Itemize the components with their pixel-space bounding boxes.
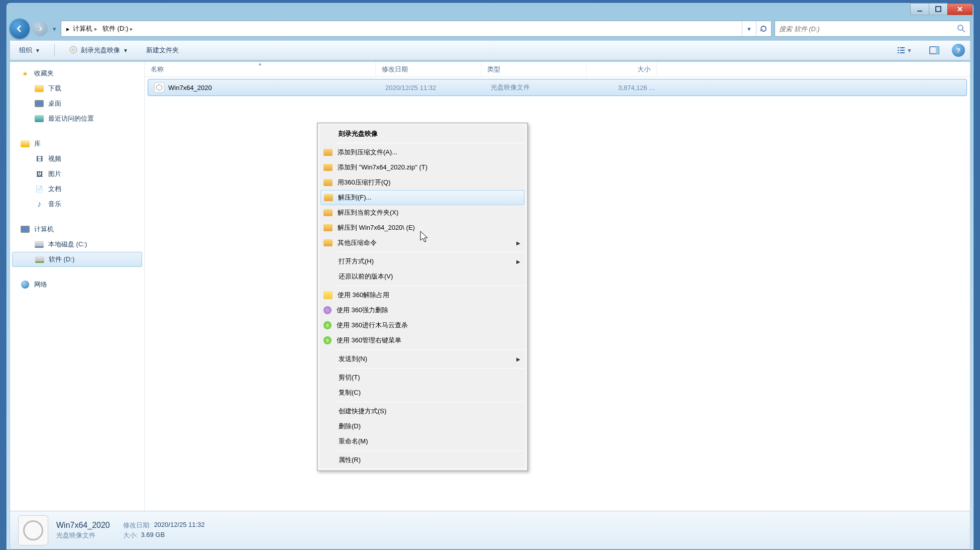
blank-icon <box>323 388 334 398</box>
context-menu-separator <box>337 349 524 350</box>
command-toolbar: 组织 ▼ 刻录光盘映像 ▼ 新建文件夹 ▼ ? <box>10 40 970 60</box>
sidebar-item-videos[interactable]: 🎞视频 <box>12 151 142 166</box>
file-list: 名称 修改日期 类型 大小 Win7x64_2020 2020/12/25 11… <box>145 62 970 511</box>
blank-icon <box>323 256 334 266</box>
context-menu-item[interactable]: 属性(R) <box>319 452 525 468</box>
context-menu: 刻录光盘映像添加到压缩文件(A)...添加到 "Win7x64_2020.zip… <box>317 123 528 471</box>
details-size-label: 大小: <box>123 531 138 540</box>
search-box[interactable] <box>775 21 970 37</box>
sidebar-item-drive-d[interactable]: 软件 (D:) <box>12 252 142 267</box>
chevron-right-icon[interactable]: ▸ <box>66 25 70 33</box>
close-button[interactable] <box>947 3 972 15</box>
blank-icon <box>323 421 334 431</box>
context-menu-item[interactable]: 添加到 "Win7x64_2020.zip" (T) <box>319 160 525 175</box>
details-date: 2020/12/25 11:32 <box>154 521 204 530</box>
sidebar-item-desktop[interactable]: 桌面 <box>12 96 142 111</box>
sidebar-item-drive-c[interactable]: 本地磁盘 (C:) <box>12 237 142 252</box>
forward-button[interactable] <box>33 21 48 36</box>
details-filetype: 光盘映像文件 <box>56 531 110 540</box>
svg-rect-7 <box>898 50 899 51</box>
breadcrumb-computer[interactable]: 计算机▸ <box>71 23 99 34</box>
context-menu-item[interactable]: 用360压缩打开(Q) <box>319 175 525 190</box>
minimize-button[interactable] <box>910 3 929 15</box>
context-menu-item[interactable]: 其他压缩命令▶ <box>319 235 525 250</box>
address-bar[interactable]: ▸ 计算机▸ 软件 (D:)▸ ▾ <box>61 21 772 37</box>
file-row[interactable]: Win7x64_2020 2020/12/25 11:32 光盘映像文件 3,8… <box>148 79 967 96</box>
context-menu-item[interactable]: 重命名(M) <box>319 434 525 449</box>
organize-menu[interactable]: 组织 ▼ <box>15 44 44 57</box>
sidebar-item-downloads[interactable]: 下载 <box>12 81 142 96</box>
sidebar-item-music[interactable]: ♪音乐 <box>12 197 142 212</box>
navigation-bar: ▾ ▸ 计算机▸ 软件 (D:)▸ ▾ <box>10 17 970 40</box>
context-menu-item[interactable]: 删除(D) <box>319 419 525 434</box>
column-date[interactable]: 修改日期 <box>376 62 481 76</box>
sidebar-libraries[interactable]: 库 <box>12 136 142 151</box>
context-menu-separator <box>337 143 524 143</box>
video-icon: 🎞 <box>34 154 44 164</box>
archive-icon <box>323 179 333 186</box>
context-menu-label: 刻录光盘映像 <box>339 129 378 138</box>
context-menu-label: 使用 360强力删除 <box>337 306 388 315</box>
context-menu-label: 使用 360解除占用 <box>338 291 389 300</box>
context-menu-item[interactable]: 使用 360管理右键菜单 <box>319 333 525 348</box>
context-menu-item[interactable]: 使用 360强力删除 <box>319 303 525 318</box>
context-menu-separator <box>337 402 524 402</box>
context-menu-item[interactable]: 打开方式(H)▶ <box>319 254 525 269</box>
svg-rect-0 <box>917 11 922 12</box>
preview-pane-icon <box>929 46 939 55</box>
back-button[interactable] <box>10 19 30 39</box>
address-dropdown-icon[interactable]: ▾ <box>742 21 756 36</box>
svg-rect-12 <box>936 47 939 54</box>
new-folder-button[interactable]: 新建文件夹 <box>142 44 183 57</box>
context-menu-item[interactable]: 剪切(T) <box>319 370 525 385</box>
help-button[interactable]: ? <box>952 44 965 57</box>
context-menu-label: 使用 360进行木马云查杀 <box>337 321 408 330</box>
context-menu-item[interactable]: 解压到(F)... <box>320 190 524 205</box>
context-menu-item[interactable]: 发送到(N)▶ <box>319 351 525 366</box>
context-menu-item[interactable]: 解压到当前文件夹(X) <box>319 205 525 220</box>
folder-icon <box>34 83 44 94</box>
blank-icon <box>323 455 334 465</box>
blank-icon <box>323 271 334 282</box>
context-menu-item[interactable]: 添加到压缩文件(A)... <box>319 145 525 160</box>
context-menu-item[interactable]: 使用 360进行木马云查杀 <box>319 318 525 333</box>
sidebar-item-pictures[interactable]: 🖼图片 <box>12 166 142 181</box>
context-menu-item[interactable]: 复制(C) <box>319 385 525 400</box>
sidebar-computer[interactable]: 计算机 <box>12 222 142 237</box>
submenu-arrow-icon: ▶ <box>516 356 520 362</box>
picture-icon: 🖼 <box>34 169 44 179</box>
submenu-arrow-icon: ▶ <box>516 259 520 264</box>
context-menu-item[interactable]: 刻录光盘映像 <box>319 126 525 141</box>
maximize-button[interactable] <box>929 3 948 15</box>
green-icon <box>323 321 332 329</box>
column-size[interactable]: 大小 <box>587 62 657 76</box>
history-dropdown[interactable]: ▾ <box>51 21 58 37</box>
breadcrumb-drive-d[interactable]: 软件 (D:)▸ <box>100 23 135 34</box>
window-controls <box>911 3 972 15</box>
view-options-button[interactable]: ▼ <box>892 43 917 58</box>
context-menu-label: 发送到(N) <box>339 354 367 363</box>
archive-icon <box>323 239 333 246</box>
yellow-icon <box>323 291 333 299</box>
search-icon <box>957 24 966 33</box>
svg-rect-10 <box>900 52 905 53</box>
column-name[interactable]: 名称 <box>145 62 376 76</box>
context-menu-label: 剪切(T) <box>339 373 360 382</box>
sidebar-favorites[interactable]: ★收藏夹 <box>12 66 142 81</box>
sidebar-network[interactable]: 网络 <box>12 277 142 292</box>
search-input[interactable] <box>779 25 957 33</box>
sidebar-item-documents[interactable]: 📄文档 <box>12 181 142 197</box>
burn-image-button[interactable]: 刻录光盘映像 ▼ <box>65 43 132 58</box>
context-menu-label: 重命名(M) <box>339 437 368 446</box>
context-menu-item[interactable]: 还原以前的版本(V) <box>319 269 525 284</box>
sidebar-item-recent[interactable]: 最近访问的位置 <box>12 111 142 126</box>
context-menu-item[interactable]: 解压到 Win7x64_2020\ (E) <box>319 220 525 235</box>
context-menu-item[interactable]: 使用 360解除占用 <box>319 288 525 303</box>
context-menu-item[interactable]: 创建快捷方式(S) <box>319 404 525 419</box>
explorer-window: ▾ ▸ 计算机▸ 软件 (D:)▸ ▾ 组织 ▼ 刻录光盘映像 ▼ 新建文件夹 <box>6 3 974 550</box>
preview-pane-button[interactable] <box>927 43 942 58</box>
refresh-button[interactable] <box>756 21 770 36</box>
context-menu-label: 复制(C) <box>339 388 361 397</box>
column-type[interactable]: 类型 <box>481 62 587 76</box>
blank-icon <box>323 373 334 383</box>
